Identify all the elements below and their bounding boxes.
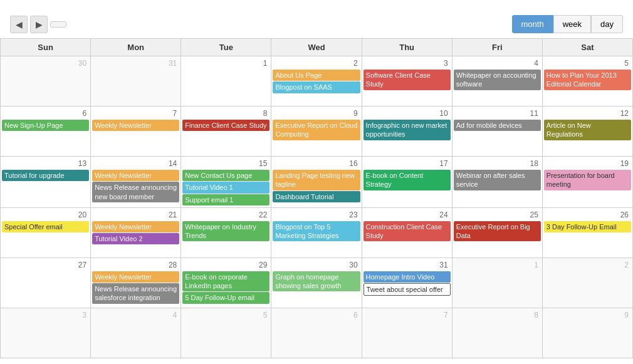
calendar-day[interactable]: 5How to Plan Your 2013 Editorial Calenda… [542, 56, 632, 107]
calendar-day[interactable]: 2 [542, 257, 632, 308]
calendar-day[interactable]: 31Homepage Intro VideoTweet about specia… [362, 257, 452, 308]
calendar-event[interactable]: Whitepaper on accounting software [454, 70, 541, 90]
calendar-day[interactable]: 7 [362, 308, 452, 358]
calendar-day[interactable]: 16Landing Page testing new taglineDashbo… [271, 157, 362, 208]
calendar-day[interactable]: 21Weekly NewsletterTutorial Video 2 [91, 207, 181, 257]
day-number: 13 [2, 158, 89, 169]
calendar-event[interactable]: Article on New Regulations [544, 120, 631, 140]
calendar-day[interactable]: 11Ad for mobile devices [452, 107, 542, 157]
calendar-day[interactable]: 22Whitepaper on Industry Trends [181, 207, 271, 257]
weekday-header-mon: Mon [91, 39, 181, 56]
calendar-event[interactable]: About Us Page [273, 70, 360, 81]
calendar-week-3: 20Special Offer email21Weekly Newsletter… [1, 207, 633, 257]
calendar-day[interactable]: 15New Contact Us pageTutorial Video 1Sup… [181, 157, 271, 208]
calendar-day[interactable]: 10Infographic on new market opportunitie… [362, 107, 452, 157]
calendar-day[interactable]: 263 Day Follow-Up Email [542, 207, 632, 257]
calendar-event[interactable]: Weekly Newsletter [92, 120, 179, 131]
calendar-event[interactable]: Ad for mobile devices [454, 120, 541, 131]
calendar-event[interactable]: Blogpost on SAAS [273, 81, 360, 93]
calendar-event[interactable]: E-book on corporate LinkedIn pages [182, 271, 269, 292]
calendar-day[interactable]: 18Webinar on after sales service [452, 157, 542, 208]
calendar-event[interactable]: Finance Client Case Study [182, 120, 269, 131]
calendar-day[interactable]: 30Graph on homepage showing sales growth [271, 257, 362, 308]
calendar-day[interactable]: 3Software Client Case Study [362, 56, 452, 107]
day-number: 4 [92, 309, 179, 321]
next-button[interactable]: ▶ [30, 16, 48, 33]
month-view-button[interactable]: month [512, 15, 553, 33]
calendar-day[interactable]: 28Weekly NewsletterNews Release announci… [91, 257, 181, 308]
today-button[interactable] [50, 21, 66, 28]
calendar-day[interactable]: 25Executive Report on Big Data [452, 207, 542, 257]
day-number: 30 [2, 58, 89, 69]
calendar-event[interactable]: Presentation for board meeting [544, 170, 631, 190]
calendar-day[interactable]: 8Finance Client Case Study [181, 107, 271, 157]
calendar-event[interactable]: Tutorial for upgrade [2, 170, 89, 181]
calendar-day[interactable]: 17E-book on Content Strategy [362, 157, 452, 208]
calendar-day[interactable]: 14Weekly NewsletterNews Release announci… [91, 157, 181, 208]
calendar-event[interactable]: Whitepaper on Industry Trends [182, 221, 269, 242]
calendar-day[interactable]: 3 [1, 308, 91, 358]
calendar-event[interactable]: Landing Page testing new tagline [273, 170, 360, 190]
calendar-event[interactable]: Tweet about special offer [364, 283, 451, 296]
calendar-header: ◀ ▶ month week day [0, 10, 633, 38]
calendar-day[interactable]: 23Blogpost on Top 5 Marketing Strategies [271, 207, 362, 257]
calendar-day[interactable]: 29E-book on corporate LinkedIn pages5 Da… [181, 257, 271, 308]
calendar-event[interactable]: Homepage Intro Video [364, 271, 451, 283]
day-number: 26 [544, 209, 631, 221]
calendar-event[interactable]: Executive Report on Big Data [454, 221, 541, 242]
calendar-event[interactable]: News Release announcing salesforce integ… [92, 283, 179, 304]
calendar-event[interactable]: Blogpost on Top 5 Marketing Strategies [273, 221, 360, 242]
calendar-day[interactable]: 19Presentation for board meeting [542, 157, 632, 208]
calendar-event[interactable]: Executive Report on Cloud Computing [273, 120, 360, 140]
calendar-event[interactable]: Infographic on new market opportunities [364, 120, 451, 140]
calendar-event[interactable]: Tutorial Video 1 [182, 182, 269, 193]
calendar-day[interactable]: 9Executive Report on Cloud Computing [271, 107, 362, 157]
calendar-day[interactable]: 4Whitepaper on accounting software [452, 56, 542, 107]
calendar-event[interactable]: Webinar on after sales service [454, 170, 541, 190]
calendar-event[interactable]: How to Plan Your 2013 Editorial Calendar [544, 70, 631, 90]
calendar-day[interactable]: 6New Sign-Up Page [1, 107, 91, 157]
calendar-event[interactable]: 3 Day Follow-Up Email [544, 221, 631, 232]
calendar-event[interactable]: Special Offer email [2, 221, 89, 232]
day-view-button[interactable]: day [591, 15, 623, 33]
weekday-header-sun: Sun [1, 39, 91, 56]
calendar-event[interactable]: News Release announcing new board member [92, 182, 179, 202]
calendar-day[interactable]: 4 [91, 308, 181, 358]
calendar-event[interactable]: Construction Client Case Study [364, 221, 451, 242]
calendar-event[interactable]: New Contact Us page [182, 170, 269, 181]
weekday-header-thu: Thu [362, 39, 452, 56]
calendar-day[interactable]: 9 [542, 308, 632, 358]
prev-button[interactable]: ◀ [10, 16, 28, 33]
calendar-day[interactable]: 7Weekly Newsletter [91, 107, 181, 157]
calendar-event[interactable]: Support email 1 [182, 194, 269, 205]
calendar-day[interactable]: 30 [1, 56, 91, 107]
calendar-day[interactable]: 6 [271, 308, 362, 358]
weekday-header-wed: Wed [271, 39, 362, 56]
day-number: 31 [92, 58, 179, 69]
week-view-button[interactable]: week [553, 15, 591, 33]
day-number: 6 [273, 309, 360, 321]
calendar-event[interactable]: Dashboard Tutorial [273, 191, 360, 202]
calendar-day[interactable]: 1 [181, 56, 271, 107]
calendar-event[interactable]: Tutorial Video 2 [92, 233, 179, 244]
calendar-event[interactable]: Weekly Newsletter [92, 221, 179, 232]
calendar-event[interactable]: New Sign-Up Page [2, 120, 89, 131]
calendar-event[interactable]: Weekly Newsletter [92, 170, 179, 181]
calendar-day[interactable]: 24Construction Client Case Study [362, 207, 452, 257]
calendar-day[interactable]: 31 [91, 56, 181, 107]
calendar-event[interactable]: Software Client Case Study [364, 70, 451, 90]
calendar-day[interactable]: 20Special Offer email [1, 207, 91, 257]
calendar-event[interactable]: E-book on Content Strategy [364, 170, 451, 190]
calendar-event[interactable]: 5 Day Follow-Up email [182, 292, 269, 303]
calendar-day[interactable]: 5 [181, 308, 271, 358]
calendar-week-2: 13Tutorial for upgrade14Weekly Newslette… [1, 157, 633, 208]
day-number: 8 [182, 108, 269, 119]
calendar-day[interactable]: 13Tutorial for upgrade [1, 157, 91, 208]
calendar-event[interactable]: Weekly Newsletter [92, 271, 179, 283]
calendar-day[interactable]: 2About Us PageBlogpost on SAAS [271, 56, 362, 107]
calendar-day[interactable]: 27 [1, 257, 91, 308]
calendar-day[interactable]: 12Article on New Regulations [542, 107, 632, 157]
calendar-event[interactable]: Graph on homepage showing sales growth [273, 271, 360, 292]
calendar-day[interactable]: 8 [452, 308, 542, 358]
calendar-day[interactable]: 1 [452, 257, 542, 308]
